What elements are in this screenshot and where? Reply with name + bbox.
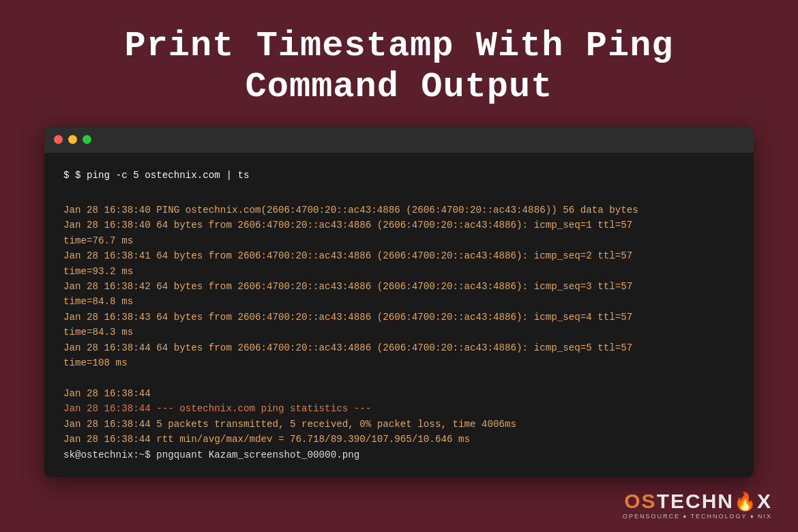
output-line-12: Jan 28 16:38:44 <box>63 388 151 399</box>
output-line-5: time=93.2 ms <box>63 266 133 277</box>
command-text: $ ping -c 5 ostechnix.com | ts <box>75 170 249 181</box>
output-block: Jan 28 16:38:40 PING ostechnix.com(2606:… <box>63 187 735 462</box>
logo-flame-icon: 🔥 <box>734 491 757 512</box>
command-line: $ $ ping -c 5 ostechnix.com | ts <box>63 168 735 183</box>
minimize-dot[interactable] <box>68 135 77 144</box>
output-line-16: sk@ostechnix:~$ pngquant Kazam_screensho… <box>63 449 359 460</box>
logo-os-part: OS <box>624 490 656 513</box>
prompt-symbol: $ <box>63 170 75 181</box>
terminal-window: $ $ ping -c 5 ostechnix.com | ts Jan 28 … <box>44 127 754 478</box>
output-line-3: time=76.7 ms <box>63 235 133 246</box>
maximize-dot[interactable] <box>83 135 91 144</box>
output-line-9: time=84.3 ms <box>63 327 133 338</box>
output-line-2: Jan 28 16:38:40 64 bytes from 2606:4700:… <box>63 220 632 231</box>
output-line-8: Jan 28 16:38:43 64 bytes from 2606:4700:… <box>63 312 632 323</box>
output-line-15: Jan 28 16:38:44 rtt min/avg/max/mdev = 7… <box>63 434 470 445</box>
output-line-4: Jan 28 16:38:41 64 bytes from 2606:4700:… <box>63 250 632 261</box>
output-line-10: Jan 28 16:38:44 64 bytes from 2606:4700:… <box>63 342 632 353</box>
logo-name: OSTECHN🔥X <box>624 490 772 513</box>
output-line-6: Jan 28 16:38:42 64 bytes from 2606:4700:… <box>63 281 632 292</box>
output-line-11: time=108 ms <box>63 357 128 368</box>
terminal-body: $ $ ping -c 5 ostechnix.com | ts Jan 28 … <box>44 153 754 478</box>
logo-area: OSTECHN🔥X OPENSOURCE ♦ TECHNOLOGY ♦ NIX <box>623 490 772 520</box>
output-line-1: Jan 28 16:38:40 PING ostechnix.com(2606:… <box>63 205 638 216</box>
close-dot[interactable] <box>54 135 63 144</box>
logo-tech-part: TECHN <box>657 490 734 513</box>
output-line-7: time=84.8 ms <box>63 296 133 307</box>
terminal-titlebar <box>44 127 754 153</box>
output-line-13: Jan 28 16:38:44 --- ostechnix.com ping s… <box>63 403 371 414</box>
logo-ix-part: X <box>757 490 772 513</box>
output-line-14: Jan 28 16:38:44 5 packets transmitted, 5… <box>63 419 516 430</box>
page-title: Print Timestamp With Ping Command Output <box>124 26 673 108</box>
logo-tagline: OPENSOURCE ♦ TECHNOLOGY ♦ NIX <box>623 513 772 520</box>
